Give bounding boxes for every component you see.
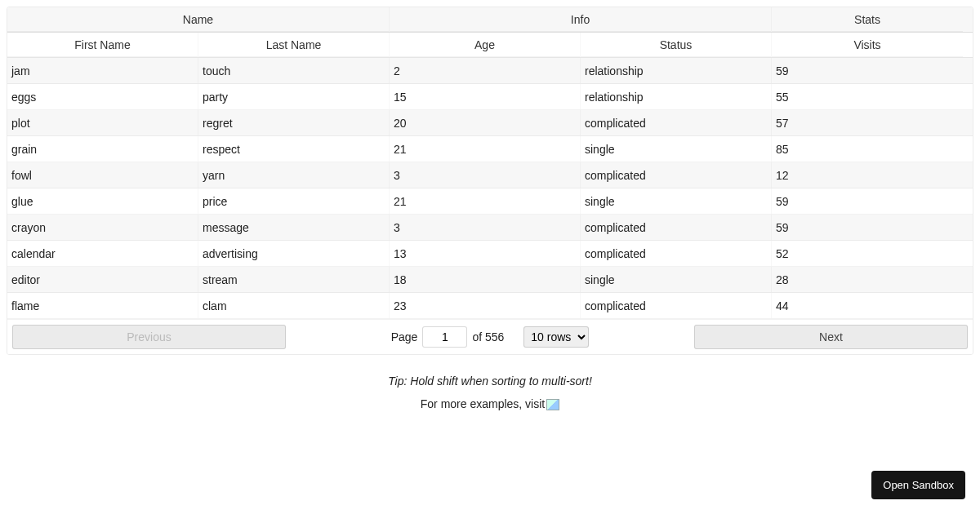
- cell-first-name: glue: [7, 188, 198, 214]
- cell-first-name: flame: [7, 293, 198, 318]
- cell-last-name: clam: [198, 293, 390, 318]
- cell-age: 18: [390, 267, 581, 292]
- cell-first-name: grain: [7, 136, 198, 162]
- page-info: Page of 556: [391, 326, 505, 348]
- cell-visits: 59: [772, 58, 963, 83]
- cell-last-name: message: [198, 215, 390, 240]
- cell-visits: 12: [772, 162, 963, 188]
- cell-visits: 59: [772, 215, 963, 240]
- page-label: Page: [391, 330, 418, 343]
- cell-last-name: stream: [198, 267, 390, 292]
- cell-visits: 59: [772, 188, 963, 214]
- cell-last-name: respect: [198, 136, 390, 162]
- table-row: grainrespect21single85: [7, 136, 973, 162]
- table-pagination: Previous Page of 556 10 rows Next: [7, 319, 973, 354]
- table-body: jamtouch2relationship59eggsparty15relati…: [7, 58, 973, 319]
- tip-text: Tip: Hold shift when sorting to multi-so…: [7, 374, 973, 388]
- table-row: glueprice21single59: [7, 188, 973, 215]
- cell-visits: 28: [772, 267, 963, 292]
- cell-last-name: regret: [198, 110, 390, 135]
- column-header-last-name[interactable]: Last Name: [198, 33, 390, 57]
- table-row: fowlyarn3complicated12: [7, 162, 973, 188]
- cell-status: single: [581, 267, 772, 292]
- cell-status: relationship: [581, 58, 772, 83]
- cell-age: 3: [390, 162, 581, 188]
- cell-age: 15: [390, 84, 581, 109]
- cell-age: 21: [390, 136, 581, 162]
- cell-visits: 85: [772, 136, 963, 162]
- cell-status: complicated: [581, 241, 772, 266]
- cell-status: complicated: [581, 293, 772, 318]
- cell-age: 20: [390, 110, 581, 135]
- cell-status: complicated: [581, 110, 772, 135]
- table-row: eggsparty15relationship55: [7, 84, 973, 110]
- cell-last-name: yarn: [198, 162, 390, 188]
- cell-visits: 57: [772, 110, 963, 135]
- table-row: calendaradvertising13complicated52: [7, 241, 973, 267]
- more-examples-text: For more examples, visit: [421, 397, 545, 410]
- cell-age: 2: [390, 58, 581, 83]
- page-input[interactable]: [422, 326, 467, 348]
- header-group-info[interactable]: Info: [390, 7, 772, 32]
- cell-last-name: price: [198, 188, 390, 214]
- cell-first-name: eggs: [7, 84, 198, 109]
- data-table: Name Info Stats First Name Last Name Age…: [7, 7, 973, 355]
- cell-first-name: fowl: [7, 162, 198, 188]
- column-header-age[interactable]: Age: [390, 33, 581, 57]
- cell-last-name: touch: [198, 58, 390, 83]
- cell-status: relationship: [581, 84, 772, 109]
- cell-visits: 52: [772, 241, 963, 266]
- cell-first-name: plot: [7, 110, 198, 135]
- table-row: flameclam23complicated44: [7, 293, 973, 319]
- table-row: jamtouch2relationship59: [7, 58, 973, 84]
- cell-age: 23: [390, 293, 581, 318]
- cell-age: 13: [390, 241, 581, 266]
- cell-age: 21: [390, 188, 581, 214]
- cell-first-name: calendar: [7, 241, 198, 266]
- table-row: crayonmessage3complicated59: [7, 215, 973, 241]
- cell-status: complicated: [581, 215, 772, 240]
- cell-first-name: jam: [7, 58, 198, 83]
- cell-first-name: editor: [7, 267, 198, 292]
- rows-per-page-select[interactable]: 10 rows: [523, 326, 589, 348]
- cell-last-name: party: [198, 84, 390, 109]
- cell-first-name: crayon: [7, 215, 198, 240]
- more-examples: For more examples, visit: [7, 397, 973, 410]
- table-row: editorstream18single28: [7, 267, 973, 293]
- cell-status: single: [581, 188, 772, 214]
- page-of-text: of 556: [472, 330, 504, 343]
- table-header-groups: Name Info Stats: [7, 7, 973, 33]
- next-button[interactable]: Next: [694, 325, 968, 349]
- table-row: plotregret20complicated57: [7, 110, 973, 136]
- header-group-stats[interactable]: Stats: [772, 7, 963, 32]
- column-header-visits[interactable]: Visits: [772, 33, 963, 57]
- table-header-columns: First Name Last Name Age Status Visits: [7, 33, 973, 58]
- cell-status: single: [581, 136, 772, 162]
- column-header-first-name[interactable]: First Name: [7, 33, 198, 57]
- column-header-status[interactable]: Status: [581, 33, 772, 57]
- cell-age: 3: [390, 215, 581, 240]
- previous-button[interactable]: Previous: [12, 325, 286, 349]
- header-group-name[interactable]: Name: [7, 7, 390, 32]
- broken-image-icon: [546, 399, 559, 410]
- cell-status: complicated: [581, 162, 772, 188]
- cell-visits: 44: [772, 293, 963, 318]
- cell-last-name: advertising: [198, 241, 390, 266]
- cell-visits: 55: [772, 84, 963, 109]
